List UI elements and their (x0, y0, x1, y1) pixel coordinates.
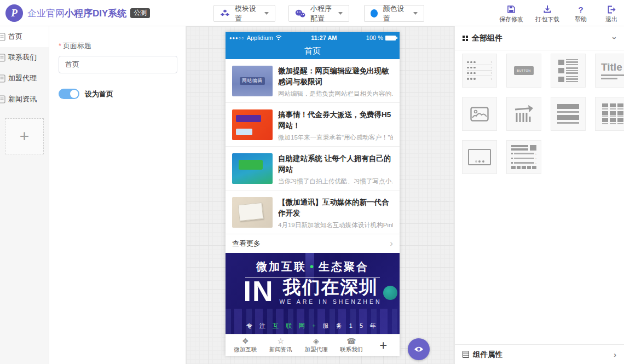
news-excerpt: 微加15年来一直秉承着“用心感动客户！”的... (278, 134, 393, 142)
tab-label: 微加互联 (234, 346, 257, 354)
toggle-knob (70, 90, 78, 98)
news-text: 自助建站系统 让每个人拥有自己的网站 当你习惯了自拍上传优酷、习惯了写点小... (278, 153, 393, 190)
phone-status-bar: ●●●○○ Applidium 11:27 AM 100 % (226, 32, 400, 44)
sidebar-item-home[interactable]: 首页 (0, 26, 49, 47)
page-doc-icon (0, 95, 5, 103)
view-more-row[interactable]: 查看更多 › (226, 234, 400, 253)
save-label: 保存修改 (499, 15, 523, 24)
tab-label: 联系我们 (340, 346, 363, 354)
title-component-tile[interactable]: Title (595, 54, 624, 88)
wechat-icon (295, 9, 305, 18)
wifi-icon (275, 35, 282, 41)
required-mark: * (59, 42, 61, 50)
phone-preview: ●●●○○ Applidium 11:27 AM 100 % 首页 网站编辑 微… (226, 32, 400, 356)
preview-eye-button[interactable] (408, 338, 430, 360)
green-dot-icon: • (310, 261, 315, 273)
news-excerpt: 4月19日新加坡知名互动媒体设计机构Pinh... (278, 221, 393, 229)
news-list-component: 网站编辑 微加提醒：网页编辑应避免出现敏感词与极限词 网站编辑，是指负责网站栏目… (226, 59, 400, 253)
banner-slogan: 专 注 互 联 网 + 服 务 1 5 年 (226, 322, 400, 330)
save-icon (507, 4, 516, 14)
save-button[interactable]: 保存修改 (499, 2, 523, 25)
toolbar-actions: 保存修改 打包下载 ? 帮助 退出 (499, 2, 621, 25)
page-doc-icon (0, 54, 5, 62)
double-diamond-icon: ◈ (313, 337, 319, 345)
banner-cn-text: 我们在深圳 (283, 277, 379, 298)
teal-circle-decoration (383, 286, 397, 300)
phone-icon: ☎ (346, 337, 356, 345)
news-item[interactable]: 搞事情！代金券大派送，免费得H5网站！ 微加15年来一直秉承着“用心感动客户！”… (226, 103, 400, 147)
chevron-down-icon[interactable]: › (610, 37, 620, 39)
star-icon: ☆ (278, 337, 285, 345)
news-item[interactable]: 【微加通讯】互动媒体的新一代合作开发 4月19日新加坡知名互动媒体设计机构Pin… (226, 190, 400, 234)
news-text: 搞事情！代金券大派送，免费得H5网站！ 微加15年来一直秉承着“用心感动客户！”… (278, 109, 393, 146)
news-title: 微加提醒：网页编辑应避免出现敏感词与极限词 (278, 66, 393, 88)
components-grid: › › › › BUTTON Title (455, 50, 624, 174)
slideshow-component-tile[interactable] (462, 140, 497, 174)
marquee-arrow-component-tile[interactable] (506, 97, 541, 131)
add-page-button[interactable]: + (5, 118, 44, 154)
app-title-regular: 企业官网 (27, 7, 65, 20)
banner-slogan-pre: 专 注 (246, 322, 273, 329)
icon-grid-icon (602, 103, 623, 124)
download-icon (543, 4, 552, 14)
grid-icon (463, 36, 468, 41)
banner-slogan-green: 互 联 网 + (273, 322, 319, 329)
sidebar-item-label: 联系我们 (8, 53, 37, 62)
sidebar-item-news[interactable]: 新闻资讯 (0, 89, 49, 109)
sidebar-item-agency[interactable]: 加盟代理 (0, 68, 49, 89)
components-panel: 全部组件 › › › › › BUTTON (454, 26, 624, 364)
news-thumbnail (232, 109, 273, 140)
brand-diamonds-icon: ❖ (242, 337, 249, 345)
chevron-right-icon: › (614, 350, 616, 359)
diy-builder-app: P 企业官网小程序DIY系统 公测 模块设置 小程序配置 颜色设置 (0, 0, 624, 364)
set-homepage-toggle[interactable] (59, 89, 79, 99)
tab-brand[interactable]: ❖ 微加互联 (228, 337, 263, 354)
banner-main-line: IN 我们在深圳 WE ARE IN SHENZHEN (226, 277, 400, 305)
news-item[interactable]: 自助建站系统 让每个人拥有自己的网站 当你习惯了自拍上传优酷、习惯了写点小... (226, 147, 400, 190)
rich-list-icon: › › › (511, 145, 536, 169)
package-download-button[interactable]: 打包下载 (535, 2, 559, 25)
miniprogram-config-button[interactable]: 小程序配置 (288, 5, 349, 22)
rich-list-component-tile[interactable]: › › › (506, 140, 541, 174)
news-title: 【微加通讯】互动媒体的新一代合作开发 (278, 197, 393, 219)
icon-grid-component-tile[interactable] (595, 97, 624, 131)
page-title-input[interactable] (59, 56, 177, 73)
news-item[interactable]: 网站编辑 微加提醒：网页编辑应避免出现敏感词与极限词 网站编辑，是指负责网站栏目… (226, 59, 400, 103)
plus-icon: + (20, 127, 30, 146)
help-button[interactable]: ? 帮助 (571, 2, 590, 25)
phone-nav-title: 首页 (226, 44, 400, 59)
sidebar-item-contact[interactable]: 联系我们 (0, 47, 49, 68)
help-icon: ? (578, 4, 583, 14)
add-tab-button[interactable]: + (369, 338, 397, 353)
button-icon: BUTTON (514, 66, 534, 75)
signal-dots: ●●●○○ (229, 36, 245, 41)
color-settings-button[interactable]: 颜色设置 (364, 5, 424, 22)
page-title-label: *页面标题 (59, 41, 91, 51)
current-color-swatch (371, 9, 378, 18)
list-rows-component-tile[interactable]: › › › › (462, 54, 497, 88)
news-thumbnail (232, 153, 273, 184)
exit-button[interactable]: 退出 (602, 2, 621, 25)
carrier-label: Applidium (247, 34, 273, 41)
component-properties-bar[interactable]: 组件属性 › (455, 344, 624, 364)
tab-news[interactable]: ☆ 新闻资讯 (263, 337, 299, 354)
text-rows-component-tile[interactable] (551, 97, 586, 131)
page-doc-icon (0, 33, 5, 41)
battery-icon (385, 36, 396, 41)
page-doc-icon (0, 74, 5, 83)
view-more-label: 查看更多 (232, 239, 261, 249)
media-list-component-tile[interactable] (551, 54, 586, 88)
sidebar-item-label: 首页 (8, 32, 22, 42)
news-excerpt: 网站编辑，是指负责网站栏目相关内容的... (278, 90, 393, 98)
components-title: 全部组件 (472, 33, 502, 43)
package-download-label: 打包下载 (535, 15, 559, 24)
button-component-tile[interactable]: BUTTON (506, 54, 541, 88)
pages-sidebar: 首页 联系我们 加盟代理 新闻资讯 + (0, 26, 49, 364)
banner-image-component[interactable]: 微加互联•生态聚合 IN 我们在深圳 WE ARE IN SHENZHEN 专 … (226, 253, 400, 334)
tab-agency[interactable]: ◈ 加盟代理 (298, 337, 334, 354)
tab-contact[interactable]: ☎ 联系我们 (334, 337, 369, 354)
module-settings-button[interactable]: 模块设置 (213, 5, 275, 22)
image-component-tile[interactable] (462, 97, 497, 131)
sidebar-item-label: 新闻资讯 (8, 94, 37, 104)
page-settings-panel: *页面标题 设为首页 (49, 26, 186, 364)
